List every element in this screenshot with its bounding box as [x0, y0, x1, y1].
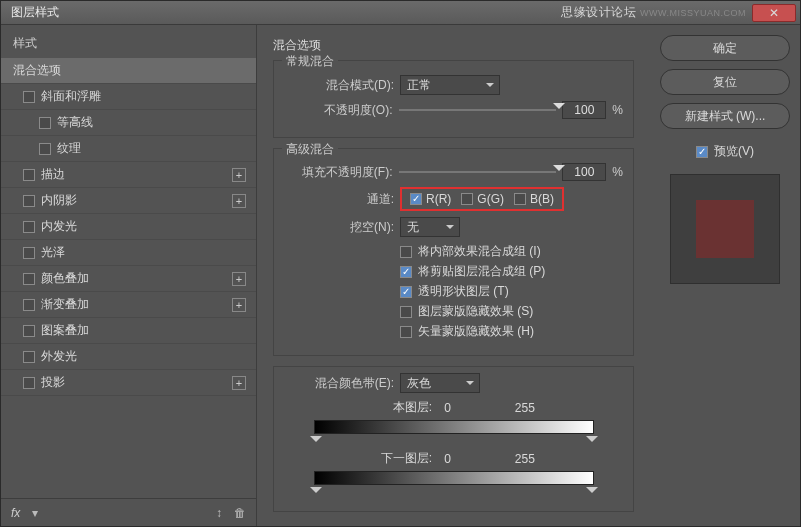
this-layer-label: 本图层: — [372, 399, 432, 416]
action-panel: 确定 复位 新建样式 (W)... 预览(V) — [650, 25, 800, 526]
checkbox-icon — [23, 273, 35, 285]
layer-style-dialog: 图层样式 思缘设计论坛 WWW.MISSYUAN.COM ✕ 样式 混合选项斜面… — [0, 0, 801, 527]
style-item-7[interactable]: 光泽 — [1, 240, 256, 266]
style-item-11[interactable]: 外发光 — [1, 344, 256, 370]
style-item-1[interactable]: 斜面和浮雕 — [1, 84, 256, 110]
checkbox-icon — [23, 351, 35, 363]
checkbox-icon — [400, 286, 412, 298]
checkbox-icon — [696, 146, 708, 158]
style-item-4[interactable]: 描边+ — [1, 162, 256, 188]
checkbox-icon — [400, 266, 412, 278]
under-layer-label: 下一图层: — [372, 450, 432, 467]
checkbox-icon — [39, 143, 51, 155]
under-hi: 255 — [515, 452, 535, 466]
checkbox-icon — [514, 193, 526, 205]
chevron-down-icon[interactable]: ▾ — [32, 506, 38, 520]
pct-label: % — [612, 103, 623, 117]
blend-if-group: 混合颜色带(E): 灰色 本图层: 0 255 下一图层: 0 — [273, 366, 634, 512]
checkbox-icon — [39, 117, 51, 129]
knockout-select[interactable]: 无 — [400, 217, 460, 237]
style-item-9[interactable]: 渐变叠加+ — [1, 292, 256, 318]
opacity-slider[interactable] — [399, 103, 557, 117]
channels-label: 通道: — [284, 191, 394, 208]
style-item-2[interactable]: 等高线 — [1, 110, 256, 136]
this-hi: 255 — [515, 401, 535, 415]
checkbox-icon — [400, 306, 412, 318]
adv-opt-3[interactable]: 图层蒙版隐藏效果 (S) — [400, 303, 623, 320]
plus-icon[interactable]: + — [232, 194, 246, 208]
options-panel: 混合选项 常规混合 混合模式(D): 正常 不透明度(O): % 高级混合 填充… — [257, 25, 650, 526]
sidebar-header: 样式 — [1, 25, 256, 58]
adv-opt-0[interactable]: 将内部效果混合成组 (I) — [400, 243, 623, 260]
checkbox-icon — [23, 377, 35, 389]
fx-menu[interactable]: fx — [11, 506, 20, 520]
watermark: 思缘设计论坛 WWW.MISSYUAN.COM — [561, 4, 746, 21]
group-title-general: 常规混合 — [282, 53, 338, 70]
adv-opt-1[interactable]: 将剪贴图层混合成组 (P) — [400, 263, 623, 280]
knockout-label: 挖空(N): — [284, 219, 394, 236]
checkbox-icon — [23, 325, 35, 337]
trash-icon[interactable]: 🗑 — [234, 506, 246, 520]
checkbox-icon — [400, 246, 412, 258]
plus-icon[interactable]: + — [232, 376, 246, 390]
arrow-icon[interactable]: ↕ — [216, 506, 222, 520]
style-item-12[interactable]: 投影+ — [1, 370, 256, 396]
adv-opt-2[interactable]: 透明形状图层 (T) — [400, 283, 623, 300]
section-title: 混合选项 — [273, 37, 634, 54]
opacity-label: 不透明度(O): — [284, 102, 393, 119]
titlebar: 图层样式 思缘设计论坛 WWW.MISSYUAN.COM ✕ — [1, 1, 800, 25]
opacity-input[interactable] — [562, 101, 606, 119]
cancel-button[interactable]: 复位 — [660, 69, 790, 95]
blendif-select[interactable]: 灰色 — [400, 373, 480, 393]
style-item-10[interactable]: 图案叠加 — [1, 318, 256, 344]
plus-icon[interactable]: + — [232, 298, 246, 312]
fill-opacity-slider[interactable] — [399, 165, 557, 179]
blend-mode-select[interactable]: 正常 — [400, 75, 500, 95]
preview-toggle[interactable]: 预览(V) — [696, 143, 754, 160]
channel-b[interactable]: B(B) — [514, 192, 554, 206]
channels-highlight: R(R) G(G) B(B) — [400, 187, 564, 211]
adv-opt-4[interactable]: 矢量蒙版隐藏效果 (H) — [400, 323, 623, 340]
under-layer-slider[interactable] — [314, 471, 594, 497]
blend-mode-label: 混合模式(D): — [284, 77, 394, 94]
checkbox-icon — [23, 221, 35, 233]
checkbox-icon — [23, 247, 35, 259]
checkbox-icon — [461, 193, 473, 205]
style-item-0[interactable]: 混合选项 — [1, 58, 256, 84]
ok-button[interactable]: 确定 — [660, 35, 790, 61]
sidebar-footer: fx ▾ ↕ 🗑 — [1, 498, 256, 526]
style-item-5[interactable]: 内阴影+ — [1, 188, 256, 214]
blendif-label: 混合颜色带(E): — [284, 375, 394, 392]
channel-r[interactable]: R(R) — [410, 192, 451, 206]
checkbox-icon — [23, 169, 35, 181]
plus-icon[interactable]: + — [232, 168, 246, 182]
style-item-8[interactable]: 颜色叠加+ — [1, 266, 256, 292]
plus-icon[interactable]: + — [232, 272, 246, 286]
style-item-3[interactable]: 纹理 — [1, 136, 256, 162]
this-lo: 0 — [444, 401, 451, 415]
styles-sidebar: 样式 混合选项斜面和浮雕等高线纹理描边+内阴影+内发光光泽颜色叠加+渐变叠加+图… — [1, 25, 257, 526]
new-style-button[interactable]: 新建样式 (W)... — [660, 103, 790, 129]
advanced-blend-group: 高级混合 填充不透明度(F): % 通道: R(R) G(G) B(B) — [273, 148, 634, 356]
style-list: 混合选项斜面和浮雕等高线纹理描边+内阴影+内发光光泽颜色叠加+渐变叠加+图案叠加… — [1, 58, 256, 498]
checkbox-icon — [23, 195, 35, 207]
fill-opacity-label: 填充不透明度(F): — [284, 164, 393, 181]
checkbox-icon — [400, 326, 412, 338]
fill-opacity-input[interactable] — [562, 163, 606, 181]
preview-swatch — [670, 174, 780, 284]
checkbox-icon — [410, 193, 422, 205]
under-lo: 0 — [444, 452, 451, 466]
close-icon: ✕ — [769, 6, 779, 20]
style-item-6[interactable]: 内发光 — [1, 214, 256, 240]
checkbox-icon — [23, 91, 35, 103]
this-layer-slider[interactable] — [314, 420, 594, 446]
general-blend-group: 常规混合 混合模式(D): 正常 不透明度(O): % — [273, 60, 634, 138]
group-title-advanced: 高级混合 — [282, 141, 338, 158]
close-button[interactable]: ✕ — [752, 4, 796, 22]
checkbox-icon — [23, 299, 35, 311]
window-title: 图层样式 — [5, 4, 59, 21]
channel-g[interactable]: G(G) — [461, 192, 504, 206]
